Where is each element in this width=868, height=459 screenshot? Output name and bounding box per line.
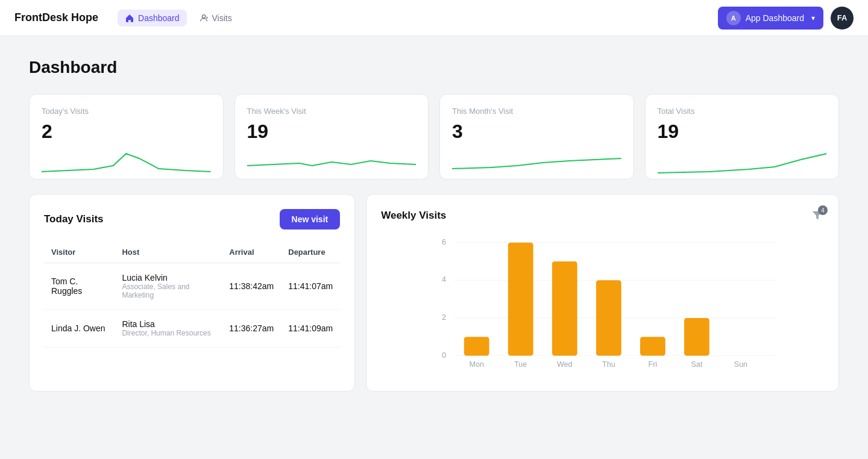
- host-cell: Rita Lisa Director, Human Resources: [115, 310, 222, 348]
- today-visits-header: Today Visits New visit: [44, 209, 340, 230]
- nav-visits[interactable]: Visits: [192, 10, 239, 27]
- stat-value-week: 19: [247, 120, 417, 143]
- bottom-section: Today Visits New visit Visitor Host Arri…: [29, 194, 839, 392]
- svg-text:Sun: Sun: [734, 360, 747, 369]
- sparkline-month: [452, 148, 621, 176]
- stat-label-today: Today's Visits: [42, 107, 211, 116]
- bar-chart-svg: 6 4 2 0 Mon Tue: [381, 232, 824, 376]
- stat-cards: Today's Visits 2 This Week's Visit 19 Th…: [29, 94, 839, 180]
- page-title: Dashboard: [29, 58, 839, 77]
- visits-icon: [199, 13, 209, 23]
- svg-text:Thu: Thu: [602, 360, 615, 369]
- arrival-cell: 11:36:27am: [222, 310, 281, 348]
- col-departure: Departure: [281, 242, 340, 263]
- svg-text:0: 0: [442, 351, 446, 360]
- stat-label-week: This Week's Visit: [247, 107, 417, 116]
- table-row: Tom C. Ruggles Lucia Kelvin Associate, S…: [44, 263, 340, 310]
- stat-value-today: 2: [42, 120, 211, 143]
- stat-label-total: Total Visits: [658, 107, 827, 116]
- sparkline-today: [42, 148, 211, 176]
- chevron-down-icon: ▾: [811, 14, 815, 22]
- stat-value-month: 3: [452, 120, 621, 143]
- weekly-visits-header: Weekly Visits 4: [381, 209, 824, 222]
- visits-table-header-row: Visitor Host Arrival Departure: [44, 242, 340, 263]
- svg-rect-11: [508, 243, 533, 356]
- filter-button[interactable]: 4: [811, 209, 824, 222]
- svg-text:2: 2: [442, 313, 446, 322]
- svg-text:4: 4: [442, 275, 446, 284]
- app-dashboard-button[interactable]: A App Dashboard ▾: [718, 7, 823, 30]
- table-row: Linda J. Owen Rita Lisa Director, Human …: [44, 310, 340, 348]
- visitor-cell: Tom C. Ruggles: [44, 263, 115, 310]
- stat-card-month: This Month's Visit 3: [439, 94, 634, 180]
- nav-right: A App Dashboard ▾ FA: [718, 7, 854, 30]
- visits-table-body: Tom C. Ruggles Lucia Kelvin Associate, S…: [44, 263, 340, 348]
- svg-rect-15: [596, 280, 621, 355]
- navbar: FrontDesk Hope Dashboard Visits A App Da…: [0, 0, 868, 36]
- svg-rect-9: [464, 337, 489, 355]
- avatar[interactable]: FA: [831, 7, 854, 30]
- departure-cell: 11:41:09am: [281, 310, 340, 348]
- filter-badge: 4: [818, 205, 828, 215]
- svg-text:6: 6: [442, 238, 446, 246]
- main-content: Dashboard Today's Visits 2 This Week's V…: [0, 36, 868, 413]
- stat-card-week: This Week's Visit 19: [234, 94, 429, 180]
- host-cell: Lucia Kelvin Associate, Sales and Market…: [115, 263, 222, 310]
- nav-dashboard[interactable]: Dashboard: [118, 10, 187, 27]
- today-visits-card: Today Visits New visit Visitor Host Arri…: [29, 194, 355, 392]
- weekly-visits-card: Weekly Visits 4 6 4 2 0: [366, 194, 839, 392]
- home-icon: [125, 13, 134, 23]
- col-arrival: Arrival: [222, 242, 281, 263]
- col-visitor: Visitor: [44, 242, 115, 263]
- today-visits-title: Today Visits: [44, 213, 104, 225]
- stat-card-total: Total Visits 19: [645, 94, 840, 180]
- svg-text:Sat: Sat: [691, 360, 703, 369]
- sparkline-week: [247, 148, 417, 176]
- stat-card-today: Today's Visits 2: [29, 94, 224, 180]
- stat-value-total: 19: [658, 120, 827, 143]
- new-visit-button[interactable]: New visit: [280, 209, 341, 230]
- svg-text:Fri: Fri: [649, 360, 658, 369]
- nav-links: Dashboard Visits: [118, 10, 239, 27]
- departure-cell: 11:41:07am: [281, 263, 340, 310]
- svg-text:Wed: Wed: [557, 360, 573, 369]
- svg-point-0: [202, 14, 205, 17]
- svg-text:Mon: Mon: [470, 360, 484, 369]
- svg-rect-19: [684, 318, 709, 356]
- nav-left: FrontDesk Hope Dashboard Visits: [14, 10, 239, 27]
- weekly-visits-title: Weekly Visits: [381, 210, 446, 222]
- sparkline-total: [658, 148, 827, 176]
- svg-text:Tue: Tue: [514, 360, 527, 369]
- arrival-cell: 11:38:42am: [222, 263, 281, 310]
- stat-label-month: This Month's Visit: [452, 107, 621, 116]
- bar-chart-area: 6 4 2 0 Mon Tue: [381, 232, 824, 376]
- app-icon: A: [726, 11, 741, 25]
- col-host: Host: [115, 242, 222, 263]
- visitor-cell: Linda J. Owen: [44, 310, 115, 348]
- svg-rect-13: [552, 261, 577, 356]
- visits-table-head: Visitor Host Arrival Departure: [44, 242, 340, 263]
- svg-rect-17: [640, 337, 665, 355]
- brand-logo: FrontDesk Hope: [14, 11, 98, 24]
- visits-table: Visitor Host Arrival Departure Tom C. Ru…: [44, 242, 340, 348]
